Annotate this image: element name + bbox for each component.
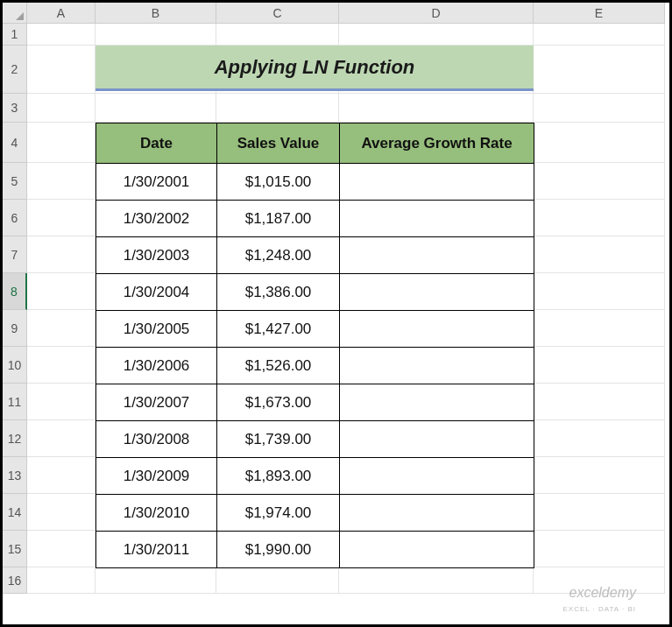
cell[interactable] [27, 420, 95, 457]
cell[interactable] [534, 123, 665, 163]
cell[interactable] [534, 163, 665, 200]
cell-sales[interactable]: $1,015.00 [217, 164, 340, 201]
cell[interactable] [27, 457, 95, 494]
cell[interactable] [534, 494, 665, 531]
cell[interactable] [534, 420, 665, 457]
cell[interactable] [27, 310, 95, 347]
cell[interactable] [27, 123, 95, 163]
cell[interactable] [27, 236, 95, 273]
row-header-9[interactable]: 9 [3, 310, 27, 347]
row-header-4[interactable]: 4 [3, 123, 27, 163]
cell[interactable] [339, 567, 534, 594]
cell-date[interactable]: 1/30/2002 [96, 201, 217, 237]
cell-sales[interactable]: $1,187.00 [217, 201, 340, 237]
cell[interactable] [534, 24, 665, 46]
cell[interactable] [534, 531, 665, 567]
column-header-B[interactable]: B [95, 3, 216, 24]
cell-sales[interactable]: $1,526.00 [217, 348, 340, 384]
cell[interactable] [27, 384, 95, 420]
cell[interactable] [27, 200, 95, 236]
cell-growth[interactable] [340, 348, 534, 384]
cell[interactable] [534, 94, 665, 123]
cell[interactable] [27, 567, 95, 594]
cell-growth[interactable] [340, 201, 534, 237]
cell-date[interactable]: 1/30/2001 [96, 164, 217, 201]
cell[interactable] [27, 531, 95, 567]
cell[interactable] [27, 94, 95, 123]
cell-date[interactable]: 1/30/2011 [96, 532, 217, 568]
cell[interactable] [95, 94, 216, 123]
row-header-1[interactable]: 1 [3, 24, 27, 46]
cell-sales[interactable]: $1,248.00 [217, 237, 340, 274]
cell-date[interactable]: 1/30/2005 [96, 311, 217, 348]
cell[interactable] [534, 347, 665, 384]
row-header-14[interactable]: 14 [3, 494, 27, 531]
row-header-12[interactable]: 12 [3, 420, 27, 457]
cell-sales[interactable]: $1,739.00 [217, 421, 340, 458]
cell[interactable] [27, 273, 95, 310]
cell[interactable] [27, 347, 95, 384]
cell[interactable] [27, 163, 95, 200]
cell-date[interactable]: 1/30/2004 [96, 274, 217, 311]
cell[interactable] [534, 273, 665, 310]
cell[interactable] [27, 24, 95, 46]
cell-growth[interactable] [340, 421, 534, 458]
cell[interactable] [534, 200, 665, 236]
cell-growth[interactable] [340, 274, 534, 311]
cell-sales[interactable]: $1,427.00 [217, 311, 340, 348]
cell[interactable] [534, 384, 665, 420]
cell[interactable] [95, 24, 216, 46]
select-all-corner[interactable] [3, 3, 27, 24]
cell-date[interactable]: 1/30/2006 [96, 348, 217, 384]
cell[interactable] [534, 310, 665, 347]
cell-growth[interactable] [340, 164, 534, 201]
table-header-sales[interactable]: Sales Value [217, 123, 340, 164]
cell-sales[interactable]: $1,673.00 [217, 384, 340, 421]
cell-sales[interactable]: $1,893.00 [217, 458, 340, 495]
cell-growth[interactable] [340, 237, 534, 274]
cell[interactable] [216, 24, 339, 46]
cell[interactable] [339, 94, 534, 123]
table-row: 1/30/2003$1,248.00 [96, 237, 534, 274]
cell[interactable] [339, 24, 534, 46]
cell-growth[interactable] [340, 311, 534, 348]
row-header-5[interactable]: 5 [3, 163, 27, 200]
row-header-11[interactable]: 11 [3, 384, 27, 420]
row-header-10[interactable]: 10 [3, 347, 27, 384]
cell[interactable] [216, 567, 339, 594]
column-header-D[interactable]: D [339, 3, 534, 24]
cell-sales[interactable]: $1,990.00 [217, 532, 340, 568]
row-header-16[interactable]: 16 [3, 567, 27, 594]
table-header-growth[interactable]: Average Growth Rate [340, 123, 534, 164]
cell[interactable] [216, 94, 339, 123]
cell-date[interactable]: 1/30/2007 [96, 384, 217, 421]
column-header-E[interactable]: E [534, 3, 665, 24]
cell-growth[interactable] [340, 532, 534, 568]
row-header-13[interactable]: 13 [3, 457, 27, 494]
cell[interactable] [27, 46, 95, 94]
cell-date[interactable]: 1/30/2003 [96, 237, 217, 274]
column-header-A[interactable]: A [27, 3, 95, 24]
row-header-2[interactable]: 2 [3, 46, 27, 94]
table-header-date[interactable]: Date [96, 123, 217, 164]
row-header-6[interactable]: 6 [3, 200, 27, 236]
cell[interactable] [534, 46, 665, 94]
cell-sales[interactable]: $1,386.00 [217, 274, 340, 311]
cell-growth[interactable] [340, 495, 534, 532]
cell[interactable] [534, 236, 665, 273]
table-row: 1/30/2001$1,015.00 [96, 164, 534, 201]
cell-date[interactable]: 1/30/2009 [96, 458, 217, 495]
row-header-8[interactable]: 8 [3, 273, 27, 310]
cell[interactable] [27, 494, 95, 531]
cell[interactable] [534, 457, 665, 494]
row-header-15[interactable]: 15 [3, 531, 27, 567]
cell-date[interactable]: 1/30/2010 [96, 495, 217, 532]
column-header-C[interactable]: C [216, 3, 339, 24]
cell-growth[interactable] [340, 458, 534, 495]
cell[interactable] [95, 567, 216, 594]
row-header-3[interactable]: 3 [3, 94, 27, 123]
cell-sales[interactable]: $1,974.00 [217, 495, 340, 532]
row-header-7[interactable]: 7 [3, 236, 27, 273]
cell-growth[interactable] [340, 384, 534, 421]
cell-date[interactable]: 1/30/2008 [96, 421, 217, 458]
